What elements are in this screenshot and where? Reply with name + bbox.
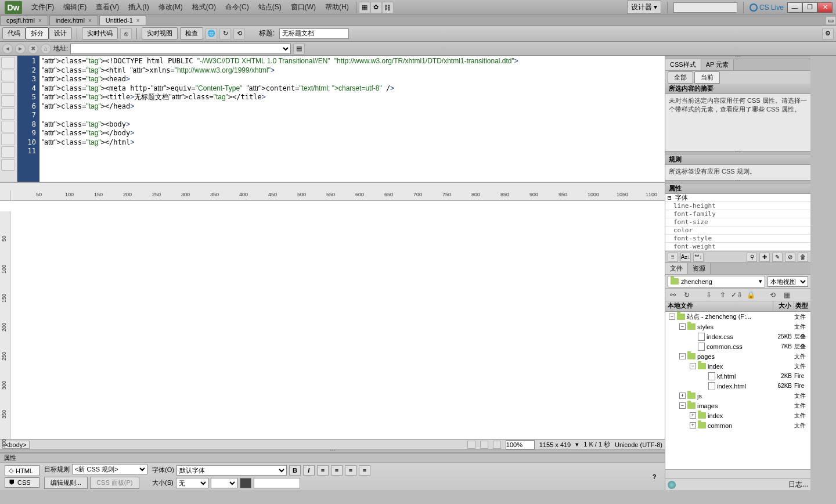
code-tool-icon[interactable]: [1, 159, 15, 171]
col-size[interactable]: 大小: [773, 301, 794, 311]
code-hscroll[interactable]: [0, 182, 665, 190]
menu-item[interactable]: 查看(V): [91, 2, 124, 12]
css-prop-row[interactable]: font-family: [665, 210, 810, 218]
menu-item[interactable]: 命令(C): [221, 2, 254, 12]
menu-item[interactable]: 编辑(E): [59, 2, 91, 12]
tree-row[interactable]: kf.html2KBFire: [665, 371, 810, 381]
minimize-button[interactable]: —: [787, 2, 802, 13]
stop-nav-icon[interactable]: ✖: [28, 44, 38, 54]
italic-button[interactable]: I: [303, 465, 315, 476]
close-tab-icon[interactable]: ×: [38, 17, 42, 24]
code-tool-icon[interactable]: [1, 95, 15, 107]
tree-row[interactable]: +common文件: [665, 420, 810, 430]
code-tool-icon[interactable]: [1, 57, 15, 69]
show-category-icon[interactable]: ≡: [668, 253, 678, 262]
expander-icon[interactable]: −: [690, 363, 696, 369]
expand-icon[interactable]: ▦: [781, 290, 792, 300]
col-name[interactable]: 本地文件: [665, 301, 773, 311]
subtab-current[interactable]: 当前: [694, 71, 720, 84]
live-code-button[interactable]: 实时代码: [82, 27, 118, 39]
home-icon[interactable]: ⌂: [41, 44, 51, 54]
align-justify-button[interactable]: ≡: [359, 465, 370, 476]
tab-assets[interactable]: 资源: [688, 263, 711, 274]
tree-row[interactable]: +index文件: [665, 411, 810, 420]
align-right-button[interactable]: ≡: [345, 465, 356, 476]
css-panel-button[interactable]: CSS 面板(P): [90, 477, 139, 489]
forward-icon[interactable]: ►: [15, 44, 26, 54]
expander-icon[interactable]: +: [679, 393, 686, 399]
get-icon[interactable]: ⇩: [704, 290, 714, 300]
show-list-icon[interactable]: Aᴢ↓: [680, 253, 691, 262]
menu-item[interactable]: 站点(S): [254, 2, 286, 12]
show-set-icon[interactable]: **↓: [693, 253, 704, 262]
validate-icon[interactable]: ⚙: [822, 28, 834, 39]
color-input[interactable]: [254, 478, 300, 488]
refresh-icon[interactable]: ↻: [219, 28, 231, 39]
close-tab-icon[interactable]: ×: [88, 17, 92, 24]
tree-row[interactable]: −index文件: [665, 361, 810, 371]
bold-button[interactable]: B: [289, 465, 301, 476]
code-tool-icon[interactable]: [1, 121, 15, 132]
menu-item[interactable]: 帮助(H): [320, 2, 354, 12]
tree-row[interactable]: common.css7KB层叠: [665, 341, 810, 351]
back-icon[interactable]: ◄: [2, 44, 13, 54]
edit-rule-button[interactable]: 编辑规则...: [44, 477, 88, 489]
css-prop-row[interactable]: line-height: [665, 202, 810, 210]
live-view-button[interactable]: 实时视图: [142, 27, 178, 39]
tree-row[interactable]: index.html62KBFire: [665, 381, 810, 391]
size-unit-select[interactable]: [211, 478, 237, 488]
search-input[interactable]: [673, 2, 737, 13]
restore-doc-icon[interactable]: ▭: [826, 16, 836, 25]
panel-grip[interactable]: [665, 56, 810, 59]
put-icon[interactable]: ⇧: [718, 290, 728, 300]
restore-button[interactable]: ❐: [802, 2, 817, 13]
props-css-tab[interactable]: ⛊ CSS: [5, 477, 39, 488]
globe-icon[interactable]: 🌐: [206, 28, 217, 39]
close-tab-icon[interactable]: ×: [136, 17, 140, 24]
subtab-all[interactable]: 全部: [668, 71, 693, 84]
close-button[interactable]: ✕: [817, 2, 833, 13]
stop-icon[interactable]: ⟲: [233, 28, 245, 39]
font-select[interactable]: 默认字体: [176, 465, 287, 476]
menu-item[interactable]: 修改(M): [154, 2, 188, 12]
live-code-opt-icon[interactable]: ⎋: [120, 28, 132, 39]
css-prop-row[interactable]: font-size: [665, 218, 810, 226]
properties-header[interactable]: 属性: [0, 453, 665, 463]
sync-icon[interactable]: ⟲: [767, 290, 778, 300]
expander-icon[interactable]: −: [669, 314, 675, 320]
new-rule-icon[interactable]: ✚: [759, 253, 770, 262]
expander-icon[interactable]: −: [679, 323, 686, 330]
code-tool-icon[interactable]: [1, 134, 15, 145]
document-tab[interactable]: cpsjfl.html×: [0, 15, 48, 25]
checkin-icon[interactable]: 🔒: [745, 290, 756, 300]
panel-grip[interactable]: [665, 151, 810, 154]
workspace-switcher[interactable]: 设计器 ▾: [627, 1, 661, 14]
globe-icon[interactable]: [668, 481, 676, 489]
cslive-button[interactable]: CS Live: [749, 3, 784, 12]
color-picker[interactable]: [240, 478, 251, 488]
view-split-button[interactable]: 拆分: [26, 27, 49, 39]
expander-icon[interactable]: +: [690, 422, 696, 429]
menu-item[interactable]: 窗口(W): [286, 2, 320, 12]
view-code-button[interactable]: 代码: [2, 27, 26, 39]
title-input[interactable]: [279, 28, 349, 39]
align-left-button[interactable]: ≡: [317, 465, 329, 476]
tree-row[interactable]: −pages文件: [665, 351, 810, 361]
css-prop-row[interactable]: font-style: [665, 235, 810, 243]
target-rule-select[interactable]: <新 CSS 规则>: [72, 464, 147, 474]
tree-row[interactable]: −站点 - zhencheng (F:...文件: [665, 312, 810, 322]
disable-icon[interactable]: ⊘: [785, 253, 795, 262]
layout-icon[interactable]: ▦: [359, 2, 370, 13]
window-size[interactable]: 1155 x 419: [539, 441, 571, 448]
connect-icon[interactable]: ⚯: [668, 290, 678, 300]
tab-css-styles[interactable]: CSS样式: [665, 59, 701, 70]
inspect-button[interactable]: 检查: [180, 27, 203, 39]
code-tool-icon[interactable]: [1, 108, 15, 120]
checkout-icon[interactable]: ✓⇩: [732, 290, 742, 300]
trash-icon[interactable]: 🗑: [798, 253, 808, 262]
menu-item[interactable]: 格式(O): [188, 2, 221, 12]
menu-item[interactable]: 文件(F): [27, 2, 59, 12]
tree-row[interactable]: −styles文件: [665, 322, 810, 332]
size-select[interactable]: 无: [176, 478, 208, 488]
site-icon[interactable]: ⛓: [382, 2, 394, 13]
